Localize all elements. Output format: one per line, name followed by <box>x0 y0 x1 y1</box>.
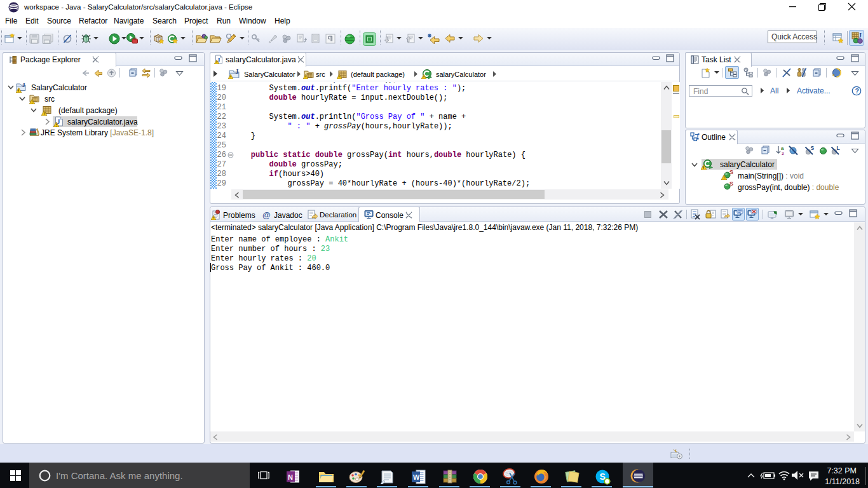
svg-text:J: J <box>22 82 25 88</box>
svg-text:z: z <box>782 151 784 156</box>
svg-text:?: ? <box>855 87 859 95</box>
svg-text:J: J <box>858 32 862 39</box>
svg-text:S: S <box>811 145 815 151</box>
svg-text:L: L <box>837 145 840 151</box>
svg-text:N: N <box>288 473 293 481</box>
svg-text:W: W <box>413 473 420 481</box>
svg-text:J: J <box>236 69 239 76</box>
